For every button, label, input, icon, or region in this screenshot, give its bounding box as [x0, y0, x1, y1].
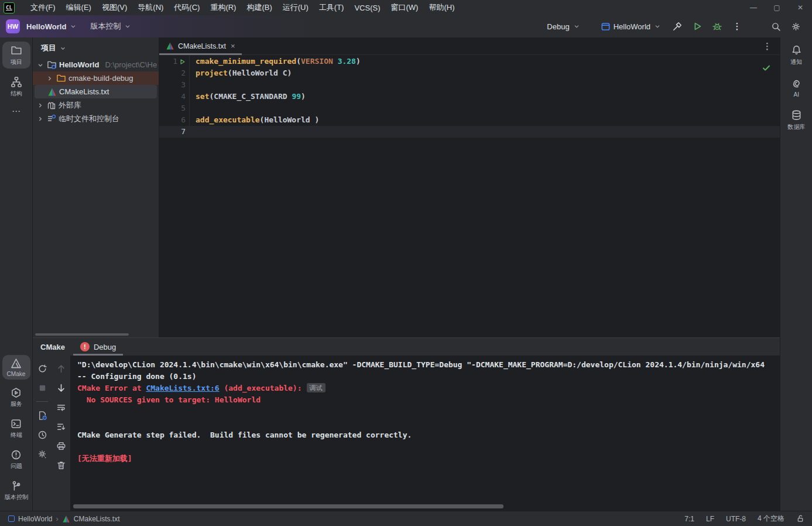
- console-line: "D:\develop\CLion 2024.1.4\bin\cmake\win…: [77, 359, 780, 371]
- run-config-selector[interactable]: Debug: [543, 20, 584, 33]
- console-error-line: No SOURCES given to target: HelloWorld: [77, 394, 780, 406]
- cmake-settings-file-button[interactable]: [35, 408, 49, 422]
- tree-item-path: D:\project\C\He: [105, 60, 157, 69]
- menu-refactor[interactable]: 重构(R): [205, 0, 241, 15]
- cmake-panel-title[interactable]: CMake: [33, 343, 73, 351]
- tree-row-external-libs[interactable]: 外部库: [33, 98, 159, 112]
- menu-help[interactable]: 帮助(H): [423, 0, 460, 15]
- caret-position-widget[interactable]: 7:1: [684, 515, 694, 523]
- vcs-widget[interactable]: 版本控制: [86, 19, 136, 34]
- console-line: [77, 441, 780, 453]
- minimize-button[interactable]: —: [742, 0, 765, 15]
- menu-window[interactable]: 窗口(W): [386, 0, 424, 15]
- chevron-down-icon: [573, 22, 581, 30]
- toolbar-divider: [36, 401, 48, 402]
- close-button[interactable]: ✕: [789, 0, 812, 15]
- maximize-button[interactable]: ▢: [765, 0, 789, 15]
- library-icon: [47, 101, 56, 110]
- code-token: ): [301, 91, 306, 103]
- sidebar-item-problems[interactable]: 问题: [2, 446, 30, 473]
- project-folder-icon: [47, 60, 57, 70]
- code-line[interactable]: 6 add_executable(HelloWorld ): [159, 114, 780, 126]
- code-line[interactable]: 5: [159, 103, 780, 114]
- print-button[interactable]: [54, 439, 68, 453]
- menu-file[interactable]: 文件(F): [25, 0, 61, 15]
- encoding-widget[interactable]: UTF-8: [726, 515, 746, 523]
- sidebar-item-project[interactable]: 项目: [2, 42, 30, 69]
- menu-tools[interactable]: 工具(T): [314, 0, 350, 15]
- reload-cmake-button[interactable]: [35, 361, 49, 375]
- clion-logo-icon: CL: [4, 2, 15, 13]
- breadcrumb-project[interactable]: HelloWorld: [18, 515, 52, 523]
- menu-run[interactable]: 运行(U): [277, 0, 314, 15]
- recent-configurations-button[interactable]: [35, 428, 49, 442]
- indent-widget[interactable]: 4 个空格: [758, 514, 784, 524]
- run-button[interactable]: [689, 18, 705, 35]
- sidebar-item-database[interactable]: 数据库: [787, 110, 806, 131]
- sidebar-item-ai[interactable]: AI: [791, 78, 802, 98]
- tree-row-build-dir[interactable]: cmake-build-debug: [33, 71, 159, 85]
- code-line[interactable]: 1 cmake_minimum_required(VERSION 3.28): [159, 56, 780, 67]
- project-tool-window: 项目 HelloWorld D:\project\C\He cmake-buil…: [33, 37, 159, 337]
- tree-row-scratches[interactable]: 临时文件和控制台: [33, 112, 159, 125]
- debug-button[interactable]: [709, 18, 725, 35]
- more-actions-button[interactable]: ⋮: [729, 18, 745, 35]
- sidebar-item-more[interactable]: ⋯: [2, 105, 30, 118]
- code-editor[interactable]: 1 cmake_minimum_required(VERSION 3.28) 2…: [159, 55, 780, 337]
- editor-options-kebab-icon[interactable]: ⋮: [763, 41, 780, 52]
- stop-button[interactable]: [35, 381, 49, 395]
- menu-vcs[interactable]: VCS(S): [349, 0, 385, 15]
- project-panel-title: 项目: [41, 43, 56, 53]
- project-panel-hscrollbar[interactable]: [35, 333, 129, 336]
- tab-debug[interactable]: ! Debug: [73, 338, 123, 356]
- breadcrumb-file[interactable]: CMakeLists.txt: [74, 515, 120, 523]
- sidebar-item-notifications[interactable]: 通知: [790, 45, 803, 66]
- sidebar-item-structure[interactable]: 结构: [2, 73, 30, 100]
- line-number: 1: [173, 56, 177, 67]
- breadcrumb-separator: ›: [56, 514, 58, 523]
- line-separator-widget[interactable]: LF: [706, 515, 714, 523]
- soft-wrap-button[interactable]: [54, 400, 68, 414]
- sidebar-label: 结构: [10, 90, 22, 98]
- inspection-status-widget[interactable]: [762, 63, 771, 73]
- code-token: (: [296, 56, 301, 67]
- unlock-icon[interactable]: [796, 514, 805, 523]
- project-panel-header[interactable]: 项目: [33, 37, 159, 58]
- menu-code[interactable]: 代码(C): [169, 0, 205, 15]
- console-hscrollbar[interactable]: [73, 504, 503, 508]
- prev-message-button[interactable]: [54, 361, 68, 375]
- project-avatar[interactable]: HW: [6, 19, 20, 33]
- error-file-link[interactable]: CMakeLists.txt:6: [146, 384, 219, 392]
- cmake-console[interactable]: "D:\develop\CLion 2024.1.4\bin\cmake\win…: [70, 356, 780, 511]
- window-controls: — ▢ ✕: [742, 0, 812, 15]
- menu-navigate[interactable]: 导航(N): [132, 0, 169, 15]
- run-target-selector[interactable]: HelloWorld: [597, 19, 666, 34]
- sidebar-item-cmake[interactable]: CMake: [2, 355, 30, 380]
- code-line[interactable]: 4 set(CMAKE_C_STANDARD 99): [159, 91, 780, 103]
- close-icon[interactable]: ×: [231, 42, 235, 50]
- run-line-marker-icon[interactable]: [179, 59, 186, 65]
- tree-row-root[interactable]: HelloWorld D:\project\C\He: [33, 58, 159, 71]
- sidebar-item-terminal[interactable]: 终端: [2, 415, 30, 442]
- cmake-tool-window: CMake ! Debug: [33, 337, 780, 511]
- build-button[interactable]: [669, 18, 686, 35]
- clear-all-button[interactable]: [54, 458, 68, 472]
- project-widget[interactable]: HelloWorld: [22, 20, 81, 33]
- menu-build[interactable]: 构建(B): [241, 0, 277, 15]
- search-everywhere-button[interactable]: [768, 18, 784, 35]
- line-number: 7: [181, 126, 186, 138]
- settings-button[interactable]: [787, 18, 804, 35]
- tab-cmakelists[interactable]: CMakeLists.txt ×: [159, 37, 242, 54]
- sidebar-item-services[interactable]: 服务: [2, 384, 30, 411]
- sidebar-item-version-control[interactable]: 版本控制: [2, 477, 30, 504]
- code-line[interactable]: 2 project(HelloWorld C): [159, 67, 780, 79]
- scroll-to-end-button[interactable]: [54, 419, 68, 433]
- code-line[interactable]: 3: [159, 79, 780, 91]
- cmake-gear-menu-button[interactable]: [35, 447, 49, 461]
- code-line-caret[interactable]: 7: [159, 126, 780, 138]
- menu-edit[interactable]: 编辑(E): [61, 0, 97, 15]
- next-message-button[interactable]: [54, 381, 68, 395]
- sidebar-label: CMake: [6, 370, 25, 377]
- tree-row-cmakelists[interactable]: CMakeLists.txt: [35, 85, 157, 98]
- menu-view[interactable]: 视图(V): [97, 0, 132, 15]
